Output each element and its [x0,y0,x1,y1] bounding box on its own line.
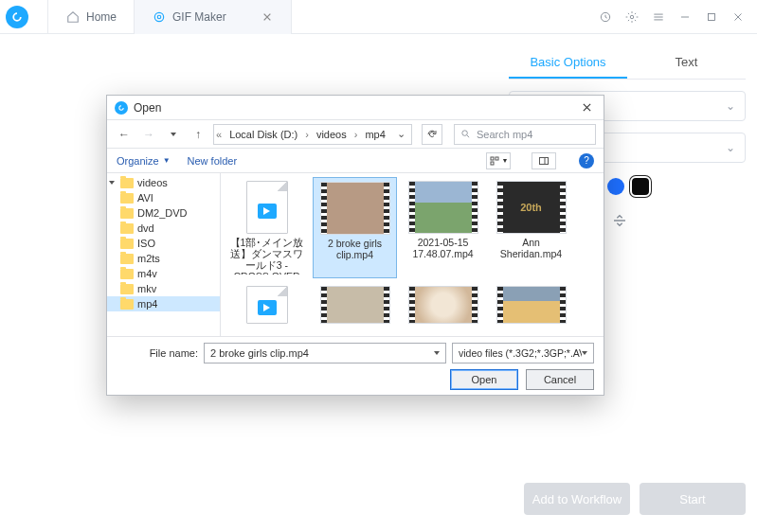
file-item[interactable] [489,282,573,328]
filename-input[interactable]: 2 broke girls clip.mp4 [204,343,446,364]
menu-icon[interactable] [645,4,672,30]
help-icon[interactable]: ? [579,153,594,168]
app-logo [6,6,28,28]
tree-item-mkv[interactable]: mkv [107,281,220,296]
start-button[interactable]: Start [640,483,746,515]
svg-point-0 [154,12,163,21]
tree-item-dm2dvd[interactable]: DM2_DVD [107,205,220,221]
nav-up-icon[interactable]: ↑ [189,124,207,145]
file-thumbnail [408,286,478,324]
file-item[interactable] [313,282,397,328]
dialog-title: Open [134,101,161,115]
gif-icon [152,9,167,25]
view-mode-icon[interactable]: ▼ [486,152,511,169]
tree-item-m2ts[interactable]: m2ts [107,251,220,266]
path-drive[interactable]: Local Disk (D:) [224,125,303,144]
svg-point-5 [462,131,468,136]
tab-home-label: Home [86,10,117,24]
svg-point-3 [630,15,634,19]
home-icon [65,9,81,25]
swatch-blue[interactable] [607,178,624,195]
path-seg-videos[interactable]: videos [311,125,352,144]
flip-vertical-icon[interactable] [611,212,628,229]
file-item[interactable]: 2 broke girls clip.mp4 [313,177,397,278]
search-input[interactable]: Search mp4 [454,124,596,145]
file-thumbnail [496,286,567,324]
dialog-close-icon[interactable] [577,98,596,117]
cancel-button[interactable]: Cancel [526,369,594,390]
titlebar: Home GIF Maker [0,0,757,34]
file-label: 2 broke girls clip.mp4 [315,238,394,260]
tree-item-dvd[interactable]: dvd [107,221,220,236]
tab-close-icon[interactable] [261,10,274,24]
path-seg-mp4[interactable]: mp4 [359,125,390,144]
file-thumbnail [408,181,478,234]
organize-button[interactable]: Organize ▼ [117,155,171,167]
file-item[interactable]: 20th Ann Sheridan.mp4 [489,177,573,278]
tab-gif-maker-label: GIF Maker [172,10,226,24]
file-label: Ann Sheridan.mp4 [491,237,571,259]
tree-item-iso[interactable]: ISO [107,236,220,251]
svg-rect-6 [491,157,494,160]
dialog-navbar: ← → ↑ « Local Disk (D:) › videos › mp4 ⌄… [107,120,604,149]
refresh-icon[interactable] [422,124,442,145]
tab-gif-maker[interactable]: GIF Maker [135,0,292,34]
new-folder-button[interactable]: New folder [188,155,238,167]
svg-point-1 [157,15,161,19]
path-bar[interactable]: « Local Disk (D:) › videos › mp4 ⌄ [213,124,412,145]
nav-back-icon[interactable]: ← [115,124,134,145]
dialog-app-icon [115,101,128,115]
chevron-down-icon [582,351,587,355]
file-thumbnail [246,286,288,324]
dialog-footer: File name: 2 broke girls clip.mp4 video … [107,336,604,395]
file-thumbnail [246,181,288,234]
tree-item-m4v[interactable]: m4v [107,266,220,281]
dialog-titlebar: Open [107,96,604,120]
chevron-down-icon: ⌄ [726,141,735,154]
maximize-icon[interactable] [698,4,725,30]
close-icon[interactable] [725,4,751,30]
search-icon [460,129,471,139]
nav-forward-icon[interactable]: → [139,124,158,145]
tab-home[interactable]: Home [47,0,135,34]
open-file-dialog: Open ← → ↑ « Local Disk (D:) › videos › … [106,95,604,396]
svg-rect-9 [540,157,549,164]
tab-basic-options[interactable]: Basic Options [509,45,627,79]
file-item[interactable] [401,282,485,328]
file-thumbnail: 20th [496,181,567,234]
chevron-down-icon [434,351,440,355]
file-item[interactable] [225,282,309,328]
minimize-icon[interactable] [672,4,698,30]
filename-label: File name: [117,347,198,359]
tree-root-videos[interactable]: videos [107,175,220,190]
file-thumbnail [320,286,390,324]
path-chevron-icon[interactable]: ⌄ [391,128,411,140]
svg-rect-8 [491,162,494,165]
file-item[interactable]: 2021-05-15 17.48.07.mp4 [401,177,485,278]
preview-pane-icon[interactable] [532,152,556,169]
svg-rect-4 [709,13,715,20]
svg-rect-7 [496,157,498,160]
file-label: 【1部･メイン放送】ダンマスワールド3 - CROSS OVER and ASS… [226,237,307,275]
file-grid: 【1部･メイン放送】ダンマスワールド3 - CROSS OVER and ASS… [221,173,604,336]
file-item[interactable]: 【1部･メイン放送】ダンマスワールド3 - CROSS OVER and ASS… [225,177,309,278]
file-label: 2021-05-15 17.48.07.mp4 [403,237,483,259]
footer-buttons: Add to Workflow Start [524,483,746,515]
open-button[interactable]: Open [450,369,518,390]
dialog-toolbar: Organize ▼ New folder ▼ ? [107,149,604,173]
chevron-down-icon: ⌄ [726,99,735,113]
nav-recent-icon[interactable] [164,124,183,145]
right-panel-tabs: Basic Options Text [509,45,746,80]
tree-item-mp4[interactable]: mp4 [107,296,220,311]
search-placeholder: Search mp4 [477,129,532,140]
add-to-workflow-button[interactable]: Add to Workflow [524,483,630,515]
file-thumbnail [320,182,390,235]
settings-icon[interactable] [619,4,645,30]
folder-tree: videos AVI DM2_DVD dvd ISO m2ts m4v mkv … [107,173,221,336]
history-icon[interactable] [592,4,619,30]
filetype-select[interactable]: video files (*.3G2;*.3GP;*.AVI;*.D [452,343,594,364]
swatch-black[interactable] [632,178,649,195]
tree-item-avi[interactable]: AVI [107,190,220,205]
filename-value: 2 broke girls clip.mp4 [210,347,309,359]
tab-text[interactable]: Text [627,45,746,79]
